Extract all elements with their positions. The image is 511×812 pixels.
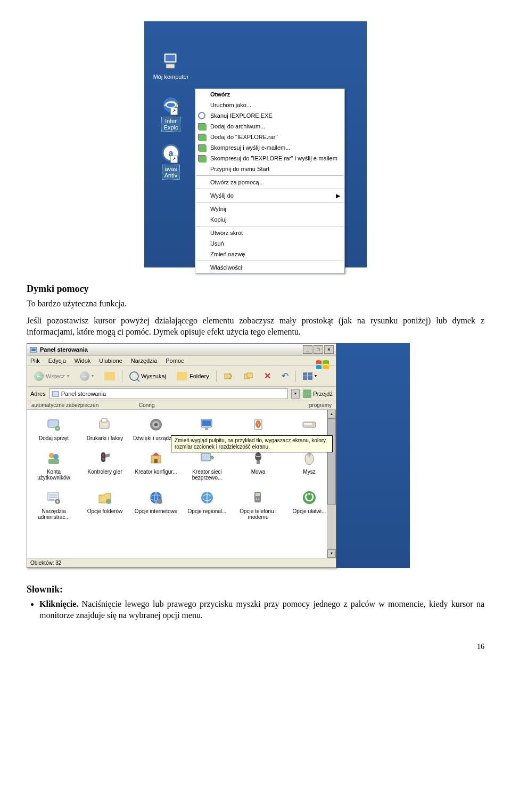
cp-item-label: Opcje telefonu i modemu	[235, 508, 282, 520]
heading-dymki: Dymki pomocy	[27, 283, 484, 295]
svg-rect-24	[205, 428, 208, 430]
cp-item-icon	[199, 489, 216, 506]
svg-rect-28	[306, 423, 308, 425]
page-number: 16	[27, 643, 484, 651]
status-bar: Obiektów: 32	[27, 558, 336, 567]
menu-send-to[interactable]: Wyślij do▶	[195, 190, 344, 201]
forward-button[interactable]: →▾	[76, 370, 97, 383]
menu-edit[interactable]: Edycja	[48, 358, 66, 364]
menu-separator	[196, 261, 343, 261]
cp-item-label: Opcje ułatwi...	[286, 508, 333, 514]
delete-button[interactable]: ✕	[260, 369, 275, 383]
menu-open[interactable]: Otwórz	[195, 89, 344, 100]
cp-item-label: Kreator sieci bezprzewo...	[184, 469, 230, 481]
svg-point-48	[106, 499, 111, 504]
cp-item-icon	[45, 450, 62, 467]
menu-add-iexplore-rar[interactable]: Dodaj do "IEXPLORE.rar"	[195, 132, 344, 142]
menu-pin-start[interactable]: Przypnij do menu Start	[195, 164, 344, 174]
svg-rect-39	[154, 459, 158, 463]
menu-compress-iexplore-email[interactable]: Skompresuj do "IEXPLORE.rar" i wyślij e-…	[195, 153, 344, 164]
control-panel-item[interactable]: Opcje telefonu i modemu	[234, 487, 283, 524]
menu-cut[interactable]: Wytnij	[195, 204, 344, 214]
menu-create-shortcut[interactable]: Utwórz skrót	[195, 228, 344, 238]
cp-item-icon	[250, 489, 267, 506]
maximize-button[interactable]: □	[314, 345, 323, 354]
menu-compress-email[interactable]: Skompresuj i wyślij e-mailem...	[195, 142, 344, 153]
move-to-button[interactable]	[220, 370, 237, 382]
menubar: Plik Edycja Widok Ulubione Narzędzia Pom…	[27, 356, 336, 366]
cp-item-label: Opcje internetowe	[133, 508, 179, 514]
control-panel-item[interactable]: Kontrolery gier	[80, 448, 129, 485]
cp-item-icon	[147, 489, 164, 506]
menu-runas[interactable]: Uruchom jako...	[195, 100, 344, 110]
menu-rename[interactable]: Zmień nazwę	[195, 249, 344, 259]
minimize-button[interactable]: _	[303, 345, 312, 354]
views-button[interactable]: ▾	[299, 371, 320, 381]
cp-item-label: Mowa	[235, 469, 282, 475]
menu-open-with[interactable]: Otwórz za pomocą...	[195, 177, 344, 188]
shortcut-arrow-icon: ↗	[170, 156, 178, 163]
address-dropdown[interactable]: ▾	[291, 389, 300, 399]
control-panel-item[interactable]: Kreator konfigur...	[131, 448, 180, 485]
menu-add-archive[interactable]: Dodaj do archiwum...	[195, 121, 344, 132]
icon-label: Mój komputer	[151, 73, 191, 80]
close-button[interactable]: ×	[324, 345, 334, 354]
control-panel-icon	[52, 390, 59, 397]
address-field[interactable]: Panel sterowania	[49, 388, 289, 399]
scroll-down-button[interactable]: ▾	[327, 549, 336, 558]
window-title: Panel sterowania	[40, 346, 88, 353]
svg-rect-55	[256, 493, 260, 496]
svg-point-59	[258, 499, 259, 500]
control-panel-item[interactable]: Opcje folderów	[80, 487, 129, 524]
svg-rect-40	[201, 453, 211, 461]
menu-help[interactable]: Pomoc	[166, 358, 184, 364]
menu-favorites[interactable]: Ulubione	[99, 358, 122, 364]
search-button[interactable]: Wyszukaj	[126, 370, 170, 383]
svg-point-57	[258, 498, 259, 499]
control-panel-item[interactable]: Opcje internetowe	[131, 487, 180, 524]
cp-item-icon: +	[45, 416, 62, 433]
desktop-icon-avast[interactable]: a ↗ avasAntiv	[150, 143, 192, 180]
control-panel-body: +Dodaj sprzętDrukarki i faksyDźwięki i u…	[27, 410, 336, 558]
folders-button[interactable]: Foldery	[173, 370, 213, 382]
control-panel-item[interactable]: +Dodaj sprzęt	[29, 414, 78, 445]
menu-scan[interactable]: Skanuj IEXPLORE.EXE	[195, 110, 344, 121]
cp-item-label: Kreator konfigur...	[133, 469, 179, 475]
menu-separator	[196, 226, 343, 226]
cp-item-label: Dodaj sprzęt	[30, 435, 77, 441]
undo-button[interactable]: ↶	[278, 369, 292, 383]
control-panel-item[interactable]: Mowa	[234, 448, 283, 485]
menu-delete[interactable]: Usuń	[195, 238, 344, 249]
folder-icon	[177, 372, 187, 380]
avast-icon	[197, 111, 206, 120]
scroll-up-button[interactable]: ▴	[327, 410, 336, 418]
cp-item-icon	[199, 416, 216, 433]
control-panel-item[interactable]: Kreator sieci bezprzewo...	[183, 448, 232, 485]
control-panel-item[interactable]: Drukarki i faksy	[80, 414, 129, 445]
menu-separator	[196, 202, 343, 202]
control-panel-item[interactable]: Opcje regional...	[183, 487, 232, 524]
icon-label: avasAntiv	[162, 165, 180, 180]
scrollbar[interactable]: ▴ ▾	[327, 410, 336, 558]
copy-to-button[interactable]	[240, 370, 257, 382]
control-panel-item[interactable]: Narzędzia administrac...	[29, 487, 78, 524]
go-button[interactable]: →Przejdź	[303, 389, 333, 398]
move-icon	[224, 372, 233, 380]
back-button[interactable]: ←Wstecz▾	[30, 370, 73, 383]
cp-item-icon	[96, 489, 113, 506]
menu-tools[interactable]: Narzędzia	[131, 358, 158, 364]
desktop-icon-ie[interactable]: ↗ InterExplc	[150, 95, 192, 132]
menu-view[interactable]: Widok	[75, 358, 91, 364]
svg-point-61	[308, 493, 310, 495]
menu-copy[interactable]: Kopiuj	[195, 214, 344, 225]
up-button[interactable]	[101, 370, 119, 382]
desktop-icon-mycomputer[interactable]: Mój komputer	[150, 51, 192, 80]
svg-text:+: +	[56, 426, 59, 431]
toolbar-separator	[216, 370, 217, 382]
menu-properties[interactable]: Właściwości	[195, 262, 344, 273]
cp-item-icon	[96, 416, 113, 433]
control-panel-item[interactable]: Konta użytkowników	[29, 448, 78, 485]
scroll-thumb[interactable]	[327, 418, 336, 505]
computer-icon	[161, 51, 181, 71]
menu-file[interactable]: Plik	[30, 358, 40, 364]
